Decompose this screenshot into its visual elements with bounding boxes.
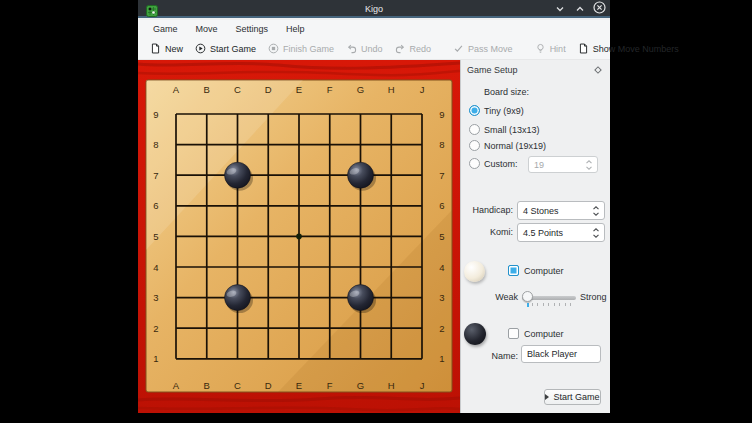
black-computer-checkbox[interactable] [508, 328, 519, 339]
strength-slider-mark [527, 303, 529, 307]
komi-label: Komi: [461, 227, 513, 237]
svg-text:C: C [234, 380, 241, 391]
svg-text:8: 8 [439, 139, 444, 150]
start-game-label: Start Game [553, 392, 599, 402]
menu-help[interactable]: Help [277, 20, 314, 38]
start-game-button[interactable]: Start Game [544, 389, 601, 405]
toolbar-start-game[interactable]: Start Game [189, 39, 262, 59]
strength-slider-handle[interactable] [522, 291, 533, 302]
kigo-window: Kigo [138, 0, 610, 413]
radio-label-custom-[interactable]: Custom: [484, 159, 518, 169]
svg-text:5: 5 [153, 231, 158, 242]
toolbar-undo: Undo [340, 39, 389, 59]
menubar: GameMoveSettingsHelp [138, 20, 610, 38]
radio-small-13x13-[interactable] [469, 124, 480, 135]
stop-circle-icon [268, 43, 279, 54]
svg-text:A: A [173, 84, 180, 95]
black-stone-image [464, 323, 486, 345]
document-icon [578, 43, 589, 54]
svg-text:3: 3 [439, 292, 444, 303]
svg-text:D: D [265, 84, 272, 95]
screen: Kigo [0, 0, 752, 423]
radio-label-small-13x13-[interactable]: Small (13x13) [484, 125, 540, 135]
toolbar-label: Pass Move [468, 44, 513, 54]
toolbar-label: Finish Game [283, 44, 334, 54]
lightbulb-icon [535, 43, 546, 54]
toolbar-show-move-numbers[interactable]: Show Move Numbers [572, 39, 685, 59]
window-title: Kigo [138, 0, 610, 18]
svg-text:7: 7 [439, 170, 444, 181]
svg-text:B: B [204, 84, 210, 95]
svg-text:F: F [327, 380, 333, 391]
minimize-button[interactable] [553, 3, 566, 16]
chevron-down-icon [555, 0, 565, 18]
handicap-spinbox[interactable]: 4 Stones [517, 201, 605, 220]
radio-normal-19x19-[interactable] [469, 140, 480, 151]
svg-text:5: 5 [439, 231, 444, 242]
toolbar-label: Hint [550, 44, 566, 54]
toolbar-new[interactable]: New [144, 39, 189, 59]
white-computer-checkbox[interactable] [508, 265, 519, 276]
go-board[interactable]: AABBCCDDEEFFGGHHJJ998877665544332211 [138, 60, 460, 413]
redo-arrow-icon [395, 43, 406, 54]
svg-text:1: 1 [153, 353, 158, 364]
maximize-button[interactable] [573, 3, 586, 16]
svg-text:6: 6 [439, 200, 444, 211]
svg-text:C: C [234, 84, 241, 95]
panel-header: Game Setup [467, 64, 604, 77]
check-icon [453, 43, 464, 54]
board-size-label: Board size: [484, 87, 529, 97]
svg-text:4: 4 [153, 262, 158, 273]
undo-arrow-icon [346, 43, 357, 54]
svg-text:3: 3 [153, 292, 158, 303]
toolbar-label: Show Move Numbers [593, 44, 679, 54]
white-computer-label: Computer [524, 266, 564, 276]
radio-tiny-9x9-[interactable] [469, 105, 480, 116]
svg-text:6: 6 [153, 200, 158, 211]
name-label: Name: [479, 351, 518, 361]
radio-custom-[interactable] [469, 158, 480, 169]
toolbar-finish-game: Finish Game [262, 39, 340, 59]
black-name-input[interactable] [521, 345, 601, 363]
toolbar-label: Start Game [210, 44, 256, 54]
svg-text:G: G [357, 84, 364, 95]
menu-move[interactable]: Move [187, 20, 227, 38]
svg-text:7: 7 [153, 170, 158, 181]
spin-arrows-icon[interactable] [592, 227, 600, 239]
svg-text:A: A [173, 380, 180, 391]
game-setup-panel: Game Setup Board size: Tiny (9x9)Small (… [460, 60, 610, 413]
menu-settings[interactable]: Settings [227, 20, 278, 38]
titlebar[interactable]: Kigo [138, 0, 610, 18]
weak-label: Weak [479, 292, 518, 302]
white-stone-image [464, 261, 485, 282]
toolbar-label: Redo [410, 44, 432, 54]
toolbar-pass-move: Pass Move [447, 39, 519, 59]
spin-arrows-icon[interactable] [592, 205, 600, 217]
spin-arrows-icon [585, 159, 593, 171]
document-new-icon [150, 43, 161, 54]
menu-game[interactable]: Game [144, 20, 187, 38]
svg-text:H: H [388, 84, 395, 95]
float-panel-icon[interactable] [594, 66, 602, 74]
close-button[interactable] [593, 3, 606, 16]
play-circle-icon [195, 43, 206, 54]
radio-label-tiny-9x9-[interactable]: Tiny (9x9) [484, 106, 524, 116]
svg-text:9: 9 [153, 109, 158, 120]
custom-size-spinbox: 19 [528, 156, 598, 173]
toolbar-label: Undo [361, 44, 383, 54]
handicap-value: 4 Stones [523, 206, 559, 216]
svg-text:G: G [357, 380, 364, 391]
toolbar: NewStart GameFinish GameUndoRedoPass Mov… [138, 38, 610, 60]
svg-text:8: 8 [153, 139, 158, 150]
svg-text:2: 2 [153, 323, 158, 334]
custom-size-value: 19 [534, 160, 544, 170]
svg-text:H: H [388, 380, 395, 391]
panel-title: Game Setup [467, 65, 518, 75]
svg-text:B: B [204, 380, 210, 391]
radio-label-normal-19x19-[interactable]: Normal (19x19) [484, 141, 546, 151]
close-icon [593, 0, 606, 18]
window-controls [553, 0, 606, 18]
black-computer-label: Computer [524, 329, 564, 339]
svg-text:F: F [327, 84, 333, 95]
komi-spinbox[interactable]: 4.5 Points [517, 223, 605, 242]
